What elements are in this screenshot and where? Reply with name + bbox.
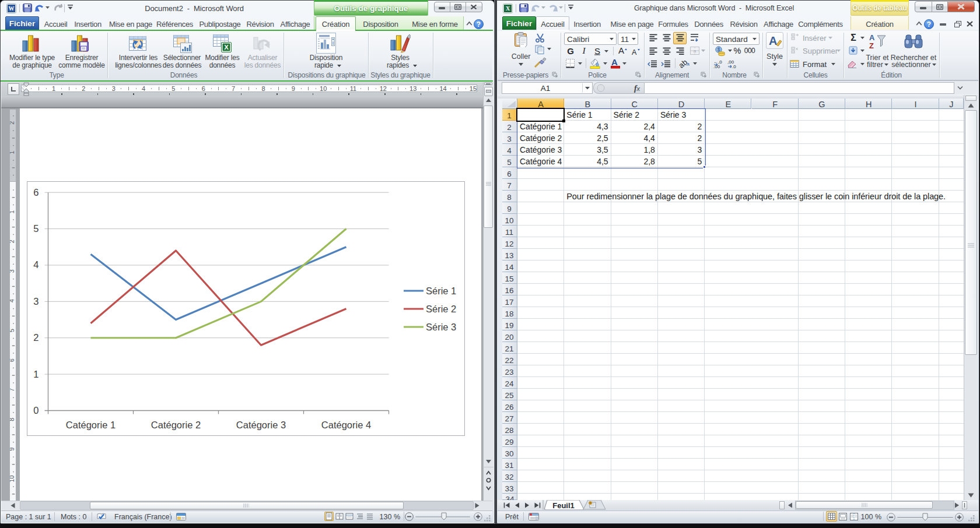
- svg-text:5: 5: [10, 329, 15, 332]
- svg-text:?: ?: [477, 20, 481, 29]
- svg-text:Z: Z: [869, 41, 874, 50]
- svg-text:9: 9: [10, 448, 15, 451]
- svg-text:?: ?: [927, 20, 931, 29]
- svg-text:Série 3: Série 3: [426, 322, 456, 332]
- svg-text:2: 2: [10, 240, 15, 243]
- svg-text:3: 3: [10, 269, 15, 273]
- svg-text:W: W: [9, 5, 15, 12]
- svg-text:Catégorie 3: Catégorie 3: [236, 420, 286, 430]
- svg-text:4: 4: [10, 299, 15, 302]
- svg-text:2: 2: [10, 121, 15, 125]
- svg-text:7: 7: [10, 388, 15, 392]
- svg-text:X: X: [224, 44, 229, 51]
- svg-text:8: 8: [10, 418, 15, 421]
- svg-text:$: $: [718, 47, 720, 52]
- svg-text:Catégorie 1: Catégorie 1: [66, 420, 116, 430]
- svg-text:X: X: [506, 5, 510, 12]
- svg-text:4: 4: [33, 259, 38, 270]
- svg-text:10: 10: [10, 476, 15, 483]
- svg-text:2: 2: [33, 332, 38, 343]
- svg-text:6: 6: [10, 358, 15, 362]
- svg-text:→,0: →,0: [727, 64, 736, 69]
- svg-text:A: A: [769, 34, 777, 47]
- svg-text:3: 3: [33, 296, 38, 307]
- svg-text:1: 1: [10, 210, 15, 213]
- svg-text:a: a: [694, 48, 696, 54]
- svg-text:Série 2: Série 2: [426, 304, 456, 314]
- svg-text:A: A: [869, 33, 875, 42]
- svg-text:A: A: [618, 46, 624, 55]
- svg-text:0: 0: [33, 405, 38, 416]
- svg-text:A: A: [611, 57, 618, 67]
- svg-text:1: 1: [33, 369, 38, 379]
- svg-text:Série 1: Série 1: [426, 286, 456, 296]
- svg-text:1: 1: [10, 151, 15, 154]
- svg-text:5: 5: [33, 223, 38, 234]
- svg-text:Catégorie 4: Catégorie 4: [321, 420, 371, 430]
- svg-text:6: 6: [33, 187, 38, 198]
- svg-text:A: A: [632, 48, 637, 56]
- svg-text:Catégorie 2: Catégorie 2: [151, 420, 201, 430]
